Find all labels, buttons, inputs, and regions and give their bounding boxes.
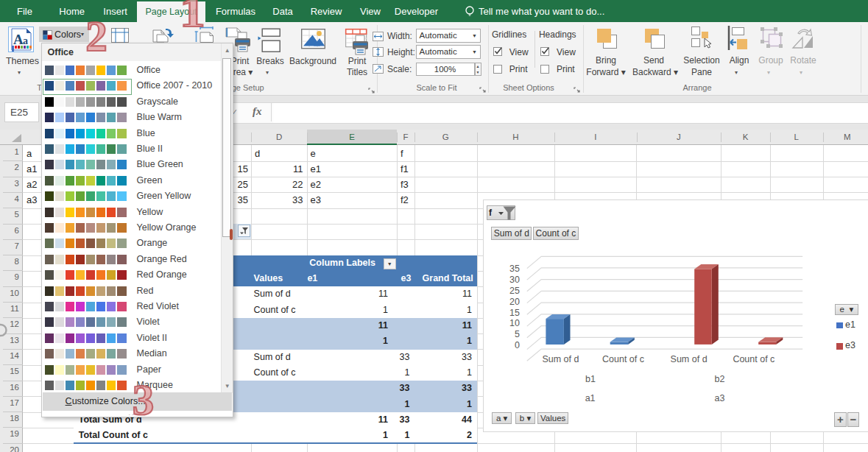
svg-text:a: a (23, 35, 28, 46)
svg-text:A: A (13, 32, 24, 47)
